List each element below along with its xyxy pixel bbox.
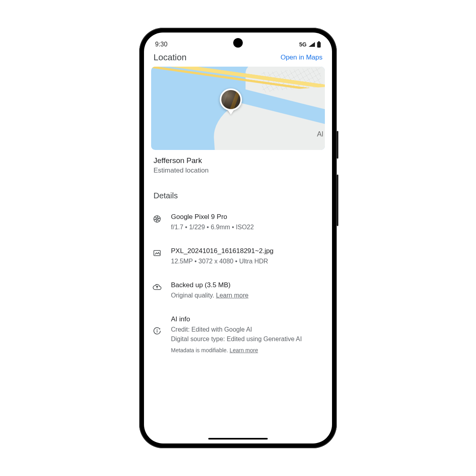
file-name: PXL_20241016_161618291~2.jpg	[171, 247, 322, 255]
photo-thumbnail	[220, 88, 242, 111]
ai-learn-more-link[interactable]: Learn more	[230, 347, 258, 353]
detail-row-camera: Google Pixel 9 Pro f/1.7 • 1/229 • 6.9mm…	[151, 207, 325, 242]
place-name: Jefferson Park	[154, 156, 322, 165]
backup-title: Backed up (3.5 MB)	[171, 281, 322, 289]
svg-rect-1	[317, 42, 321, 48]
backup-quality: Original quality.	[171, 292, 216, 299]
aperture-icon	[151, 213, 163, 232]
gesture-handle[interactable]	[208, 438, 268, 440]
image-file-icon	[151, 247, 163, 266]
detail-row-backup: Backed up (3.5 MB) Original quality. Lea…	[151, 276, 325, 310]
map-preview[interactable]: Al	[151, 67, 325, 150]
map-label-fragment: Al	[317, 130, 323, 138]
details-heading: Details	[144, 186, 332, 207]
detail-row-ai: AI info Credit: Edited with Google AI Di…	[151, 310, 325, 363]
status-time: 9:30	[155, 41, 167, 48]
open-in-maps-link[interactable]: Open in Maps	[280, 54, 322, 61]
status-network-label: 5G	[299, 41, 307, 48]
place-subtext: Estimated location	[154, 167, 322, 175]
svg-point-2	[154, 216, 161, 223]
ai-source: Digital source type: Edited using Genera…	[171, 334, 322, 344]
map-photo-pin[interactable]	[220, 88, 242, 115]
ai-title: AI info	[171, 315, 322, 323]
signal-icon	[308, 42, 315, 47]
place-block: Jefferson Park Estimated location	[144, 150, 332, 186]
camera-specs: f/1.7 • 1/229 • 6.9mm • ISO22	[171, 223, 322, 232]
front-camera	[233, 38, 243, 48]
section-header: Location Open in Maps	[144, 50, 332, 67]
cloud-backup-icon	[151, 281, 163, 300]
battery-icon	[317, 41, 321, 48]
ai-credit: Credit: Edited with Google AI	[171, 325, 322, 334]
ai-info-icon	[151, 315, 163, 353]
detail-row-file: PXL_20241016_161618291~2.jpg 12.5MP • 30…	[151, 242, 325, 276]
power-button	[337, 131, 338, 159]
file-meta: 12.5MP • 3072 x 4080 • Ultra HDR	[171, 257, 322, 266]
phone-frame: 9:30 5G Location Open in Maps	[139, 28, 337, 448]
screen: 9:30 5G Location Open in Maps	[144, 33, 332, 443]
backup-learn-more-link[interactable]: Learn more	[216, 292, 249, 299]
svg-rect-0	[318, 41, 320, 42]
volume-button	[337, 175, 338, 226]
camera-device: Google Pixel 9 Pro	[171, 213, 322, 221]
ai-metadata-note: Metadata is modifiable.	[171, 347, 230, 353]
section-title: Location	[154, 52, 186, 63]
